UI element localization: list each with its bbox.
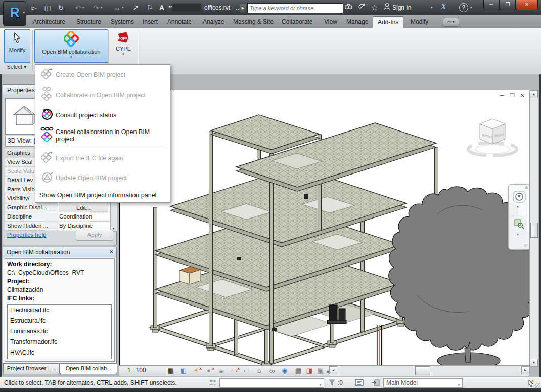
view-minimize-icon[interactable]: ─ bbox=[498, 92, 506, 98]
view-restore-icon[interactable]: ❐ bbox=[508, 92, 516, 99]
view-scale-button[interactable]: 1 : 100 bbox=[127, 367, 146, 374]
text-icon[interactable]: A bbox=[156, 2, 168, 14]
search-icon[interactable] bbox=[343, 3, 354, 13]
minimize-button[interactable]: ─ bbox=[483, 0, 500, 10]
communication-center-icon[interactable] bbox=[356, 3, 367, 13]
vertical-scrollbar[interactable]: ▲ ▼ bbox=[529, 90, 538, 367]
vertical-scroll-thumb[interactable] bbox=[530, 223, 538, 238]
tab-project-browser[interactable]: Project Browser - ... bbox=[3, 364, 60, 374]
edit-button[interactable]: Edit... bbox=[59, 204, 108, 212]
tab-add-ins[interactable]: Add-Ins bbox=[373, 16, 403, 28]
tab-structure[interactable]: Structure bbox=[72, 16, 106, 28]
design-options-icon[interactable] bbox=[371, 379, 380, 389]
temporary-hide-isolate-icon[interactable]: ∞ bbox=[267, 366, 277, 375]
view-close-icon[interactable]: ✕ bbox=[518, 92, 526, 99]
menu-item-cancel-collaboration[interactable]: Cancel collaboration in Open BIM project bbox=[35, 125, 170, 146]
editable-only-icon[interactable] bbox=[355, 379, 364, 389]
detail-level-icon[interactable]: ▦ bbox=[166, 366, 176, 375]
list-item[interactable]: Transformador.ifc bbox=[8, 337, 111, 347]
maximize-button[interactable]: ❐ bbox=[500, 0, 516, 10]
signin-person-icon[interactable] bbox=[382, 3, 391, 13]
tab-annotate[interactable]: Annotate bbox=[163, 16, 196, 28]
list-item[interactable]: Electricidad.ifc bbox=[8, 305, 111, 316]
scroll-up-icon[interactable]: ▲ bbox=[530, 90, 538, 98]
menu-item-show-information-panel[interactable]: Show Open BIM project information panel bbox=[35, 188, 170, 202]
close-button[interactable]: ✕ bbox=[516, 0, 538, 10]
aligned-dimension-icon[interactable]: ↗ bbox=[129, 2, 142, 14]
ifc-links-list[interactable]: Electricidad.ifc Estructura.ifc Luminari… bbox=[7, 304, 112, 359]
steering-wheel-icon[interactable] bbox=[513, 191, 526, 205]
sun-path-icon[interactable]: ☀✕ bbox=[191, 366, 201, 375]
menu-item-collaborate-open-bim-project[interactable]: Collaborate in Open BIM project bbox=[35, 85, 170, 105]
open-file-icon[interactable]: ▻ bbox=[28, 2, 40, 14]
visual-style-icon[interactable]: ◧ bbox=[178, 366, 189, 375]
favorites-icon[interactable]: ☆ bbox=[370, 3, 380, 13]
navbar-close-icon[interactable]: ⊗ bbox=[524, 185, 528, 190]
save-icon[interactable]: ◫ bbox=[41, 2, 54, 14]
3d-view-canvas[interactable]: ─ ❐ ✕ FRONT RIGHT ⊗ ▾ bbox=[119, 90, 530, 366]
reveal-hidden-icon[interactable]: ◉ bbox=[280, 366, 290, 375]
list-item[interactable]: HVAC.ifc bbox=[8, 347, 111, 358]
navbar-collapse-icon[interactable]: ⊖ bbox=[524, 243, 528, 248]
zoom-region-icon[interactable] bbox=[514, 219, 524, 231]
worksets-icon[interactable] bbox=[208, 379, 217, 389]
redo-dropdown-icon[interactable]: ▾ bbox=[101, 6, 103, 10]
wheel-dropdown-icon[interactable]: ▾ bbox=[517, 205, 519, 209]
undo-dropdown-icon[interactable]: ▾ bbox=[82, 6, 84, 10]
sync-icon[interactable]: ↻ bbox=[55, 2, 67, 14]
help-dropdown-icon[interactable]: ▾ bbox=[470, 6, 472, 10]
horizontal-scroll-thumb[interactable] bbox=[415, 366, 430, 375]
menu-item-consult-project-status[interactable]: Consult project status bbox=[35, 105, 170, 125]
worksets-dropdown[interactable]: ▼ bbox=[219, 378, 324, 388]
resize-grip[interactable] bbox=[535, 383, 540, 388]
apply-button[interactable]: Apply bbox=[76, 230, 113, 241]
list-item[interactable]: Estructura.ifc bbox=[8, 316, 111, 326]
ribbon-collapse-button[interactable]: ▭ ▾ bbox=[443, 18, 459, 27]
tab-collaborate[interactable]: Collaborate bbox=[277, 16, 317, 28]
tab-modify[interactable]: Modify bbox=[406, 16, 433, 28]
properties-help-link[interactable]: Properties help bbox=[7, 232, 46, 238]
crop-region-icon[interactable]: ▭✕ bbox=[229, 366, 239, 375]
scroll-right-icon[interactable]: ► bbox=[521, 366, 529, 374]
temporary-view-properties-icon[interactable]: ◨ bbox=[304, 366, 314, 375]
signin-dropdown-icon[interactable]: ▾ bbox=[431, 6, 433, 10]
exchange-apps-icon[interactable]: X bbox=[441, 2, 446, 11]
tab-systems[interactable]: Systems bbox=[106, 16, 139, 28]
panel-close-icon[interactable]: ✕ bbox=[109, 249, 114, 255]
viewcube[interactable]: FRONT RIGHT bbox=[465, 113, 520, 159]
menu-item-update-open-bim-project[interactable]: ! Update Open BIM project bbox=[35, 168, 170, 188]
select-panel-label[interactable]: Select ▾ bbox=[3, 64, 31, 70]
menu-item-create-open-bim-project[interactable]: Create Open BIM project bbox=[35, 65, 170, 85]
zoom-dropdown-icon[interactable]: ▾ bbox=[517, 232, 519, 237]
help-icon[interactable]: ? bbox=[459, 3, 468, 12]
title-nav-arrow[interactable]: ▶ bbox=[240, 4, 246, 13]
signin-label[interactable]: Sign In bbox=[392, 4, 411, 11]
list-item[interactable]: Luminarias.ifc bbox=[8, 326, 111, 337]
scroll-left-icon[interactable]: ◄ bbox=[329, 366, 337, 374]
tab-insert[interactable]: Insert bbox=[138, 16, 162, 28]
tab-view[interactable]: View bbox=[320, 16, 342, 28]
worksharing-display-icon[interactable]: ▤ bbox=[293, 366, 303, 375]
open-bim-panel-header[interactable]: Open BIM collaboration bbox=[3, 247, 116, 257]
design-option-dropdown[interactable]: Main Model▼ bbox=[383, 378, 463, 388]
search-input[interactable] bbox=[247, 3, 343, 13]
property-row-graphic-display[interactable]: Graphic Displ...Edit... bbox=[5, 203, 109, 212]
show-crop-icon[interactable]: ▭ bbox=[242, 366, 252, 375]
tag-icon[interactable]: ⚐ bbox=[144, 2, 156, 14]
displaced-elements-icon[interactable]: ▣ bbox=[315, 366, 326, 375]
scroll-down-icon[interactable]: ▼ bbox=[530, 359, 538, 367]
application-menu-button[interactable]: R ▾ bbox=[3, 1, 26, 26]
modify-button[interactable]: Modify bbox=[4, 29, 30, 63]
tab-massing-site[interactable]: Massing & Site bbox=[229, 16, 278, 28]
shadows-icon[interactable]: ●✕ bbox=[204, 366, 214, 375]
cype-button[interactable]: cype CYPE ▾ bbox=[110, 29, 137, 62]
menu-item-export-ifc-again[interactable]: Export the IFC file again bbox=[35, 148, 170, 168]
tab-open-bim-collaboration[interactable]: Open BIM collab... bbox=[60, 364, 117, 374]
lock-3d-view-icon[interactable]: ⌂ bbox=[254, 366, 264, 375]
open-bim-collaboration-button[interactable]: Open BIM collaboration ▾ bbox=[34, 29, 108, 63]
property-row-discipline[interactable]: DisciplineCoordination bbox=[5, 212, 109, 222]
navigation-bar[interactable]: ⊗ ▾ ▾ ⊖ bbox=[508, 184, 530, 250]
tab-architecture[interactable]: Architecture bbox=[28, 16, 70, 28]
filter-icon[interactable] bbox=[329, 379, 336, 388]
measure-dropdown-icon[interactable]: ▾ bbox=[122, 6, 124, 10]
